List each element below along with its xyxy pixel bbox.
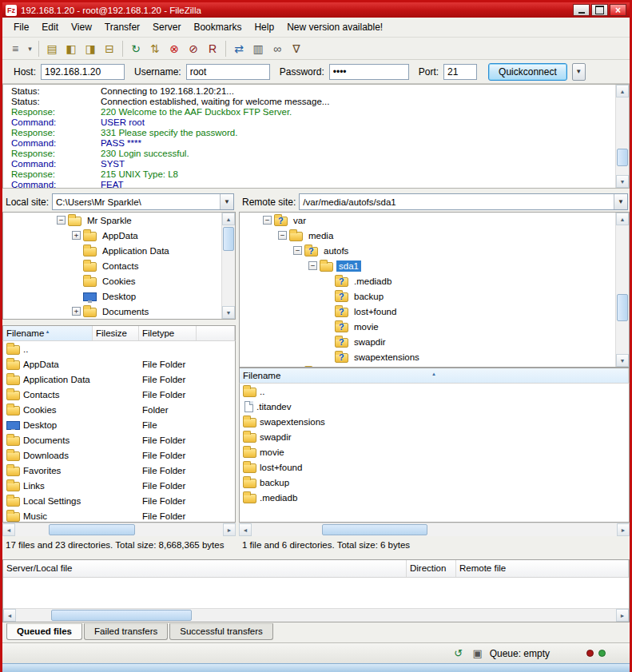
file-row[interactable]: Contacts File Folder [3, 387, 235, 402]
file-row[interactable]: swapextensions [240, 414, 629, 429]
tree-item[interactable]: Desktop [3, 288, 235, 304]
toggle-remote-tree-button[interactable]: ◨ [81, 40, 100, 58]
scrollbar-thumb[interactable] [51, 610, 192, 621]
titlebar[interactable]: Fz 192.168.1.20 - root@192.168.1.20 - Fi… [2, 2, 630, 18]
chevron-down-icon[interactable]: ▼ [614, 194, 627, 209]
site-manager-button[interactable]: ≡ [6, 40, 25, 58]
menu-item[interactable]: New version available! [280, 19, 389, 35]
refresh-button[interactable]: ↻ [126, 40, 145, 58]
tree-expander-icon[interactable] [57, 216, 66, 225]
tree-item[interactable]: media [240, 228, 629, 243]
column-header-filesize[interactable]: Filesize [93, 326, 139, 340]
disconnect-button[interactable]: ⊘ [184, 40, 203, 58]
scrollbar-track[interactable] [616, 97, 629, 175]
menu-item[interactable]: View [65, 19, 98, 35]
close-button[interactable] [610, 4, 626, 16]
queue-view-icon[interactable]: ▣ [471, 647, 485, 659]
local-tree-scrollbar[interactable] [221, 213, 235, 319]
menu-item[interactable]: File [7, 19, 35, 35]
tree-expander-icon[interactable] [72, 231, 81, 240]
tree-item[interactable]: Downloads [3, 319, 235, 320]
scrollbar-thumb[interactable] [223, 227, 234, 251]
tree-expander-icon[interactable] [278, 231, 287, 240]
quickconnect-button[interactable]: Quickconnect [488, 63, 567, 81]
scrollbar-track[interactable] [15, 523, 223, 536]
scroll-left-icon[interactable] [2, 523, 15, 536]
remote-site-combobox[interactable]: /var/media/autofs/sda1 ▼ [299, 193, 628, 210]
host-input[interactable] [41, 64, 125, 80]
remote-list-hscrollbar[interactable] [239, 523, 630, 536]
reconnect-button[interactable]: R [203, 40, 222, 58]
tree-expander-icon[interactable] [72, 307, 81, 316]
tree-item[interactable]: backup [240, 288, 629, 304]
tree-item[interactable]: lost+found [240, 304, 629, 319]
directory-filters-button[interactable]: ∇ [287, 40, 306, 58]
menu-item[interactable]: Help [248, 19, 280, 35]
tree-item[interactable]: .mediadb [240, 273, 629, 288]
username-input[interactable] [186, 64, 270, 80]
tree-item[interactable]: Cookies [3, 273, 235, 288]
scroll-right-icon[interactable] [223, 523, 236, 536]
menu-item[interactable]: Bookmarks [187, 19, 248, 35]
tree-expander-icon[interactable] [293, 246, 302, 255]
tree-item[interactable]: Documents [3, 304, 235, 319]
scroll-down-icon[interactable] [616, 175, 629, 188]
file-row[interactable]: Application Data File Folder [3, 372, 235, 387]
tree-expander-icon[interactable] [308, 261, 317, 270]
log-scrollbar[interactable] [615, 85, 629, 188]
scroll-up-icon[interactable] [222, 213, 235, 225]
minimize-button[interactable] [573, 4, 590, 16]
password-input[interactable] [329, 64, 409, 80]
tree-item[interactable]: Application Data [3, 243, 235, 258]
file-row[interactable]: .. [240, 384, 629, 399]
tab-queued-files[interactable]: Queued files [6, 623, 82, 640]
scroll-left-icon[interactable] [3, 609, 16, 622]
local-site-combobox[interactable]: C:\Users\Mr Sparkle\ ▼ [52, 193, 234, 210]
process-queue-button[interactable]: ⇅ [145, 40, 165, 58]
menu-item[interactable]: Transfer [98, 19, 146, 35]
directory-comparison-button[interactable]: ⇄ [229, 40, 248, 58]
tree-item[interactable]: sda1 [240, 258, 629, 273]
chevron-down-icon[interactable]: ▼ [220, 194, 233, 209]
scrollbar-track[interactable] [222, 225, 235, 306]
column-header-filename[interactable]: Filename [3, 326, 93, 340]
scroll-down-icon[interactable] [222, 306, 235, 319]
local-list-hscrollbar[interactable] [2, 523, 236, 536]
menu-item[interactable]: Edit [35, 19, 65, 35]
file-row[interactable]: Music File Folder [3, 508, 235, 523]
scroll-down-icon[interactable] [616, 354, 629, 367]
tree-item[interactable]: Contacts [3, 258, 235, 273]
quickconnect-dropdown[interactable]: ▼ [572, 63, 586, 81]
column-header-remote-file[interactable]: Remote file [456, 560, 629, 577]
remote-tree-scrollbar[interactable] [615, 213, 629, 367]
file-row[interactable]: movie [240, 444, 629, 459]
cancel-operation-button[interactable]: ⊗ [165, 40, 184, 58]
file-row[interactable]: lost+found [240, 459, 629, 475]
file-row[interactable]: AppData File Folder [3, 356, 235, 372]
file-row[interactable]: Local Settings File Folder [3, 493, 235, 508]
tree-item[interactable]: movie [240, 319, 629, 334]
tree-item[interactable]: var [240, 213, 629, 228]
file-row[interactable]: Downloads File Folder [3, 447, 235, 463]
column-header-server-local-file[interactable]: Server/Local file [3, 560, 407, 577]
find-files-button[interactable]: ∞ [268, 40, 287, 58]
toggle-message-log-button[interactable]: ▤ [42, 40, 62, 58]
scrollbar-thumb[interactable] [617, 149, 628, 166]
synchronized-browsing-button[interactable]: ▥ [248, 40, 268, 58]
maximize-button[interactable] [591, 4, 608, 16]
scroll-up-icon[interactable] [616, 85, 629, 97]
file-row[interactable]: backup [240, 475, 629, 490]
menu-item[interactable]: Server [146, 19, 187, 35]
tree-item[interactable]: AppData [3, 228, 235, 243]
scrollbar-track[interactable] [252, 523, 617, 536]
tree-item[interactable]: Mr Sparkle [3, 213, 235, 228]
column-header-direction[interactable]: Direction [407, 560, 456, 577]
scroll-up-icon[interactable] [616, 213, 629, 225]
file-row[interactable]: .titandev [240, 399, 629, 414]
scroll-right-icon[interactable] [616, 609, 629, 622]
scrollbar-thumb[interactable] [617, 294, 628, 321]
file-row[interactable]: Links File Folder [3, 478, 235, 493]
scrollbar-thumb[interactable] [322, 524, 427, 535]
column-header-filetype[interactable]: Filetype [139, 326, 197, 340]
scrollbar-track[interactable] [16, 609, 616, 622]
